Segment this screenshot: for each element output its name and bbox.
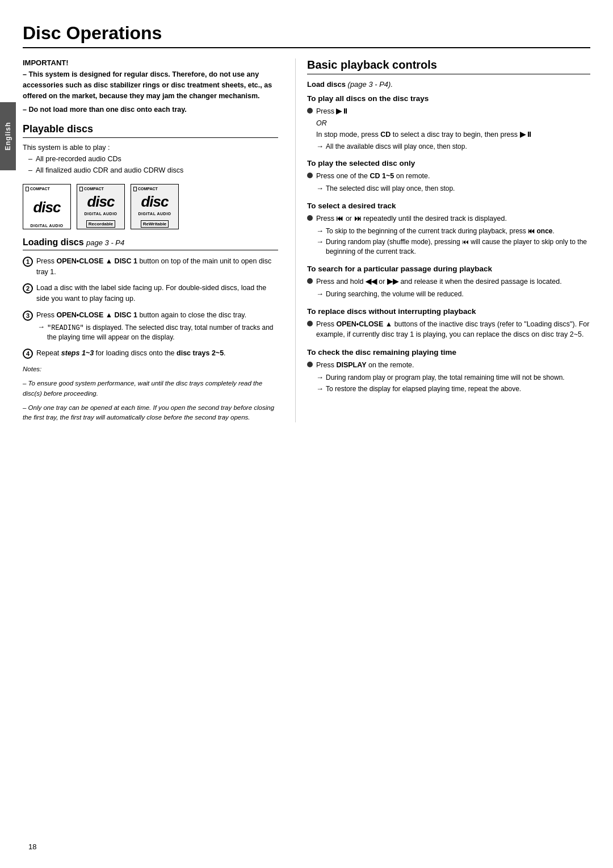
disc-compact-label-1: COMPACT [30, 187, 50, 191]
check-remaining-section: To check the disc remaining playing time… [307, 348, 590, 393]
replace-discs-section: To replace discs without interrupting pl… [307, 307, 590, 341]
step-1: 1 Press OPEN•CLOSE ▲ DISC 1 button on to… [23, 256, 278, 278]
disc-cd: COMPACT disc DIGITAL AUDIO [23, 184, 71, 229]
disc-top-label-3: COMPACT [133, 187, 158, 191]
step-text-3: Press OPEN•CLOSE ▲ DISC 1 button again t… [36, 310, 278, 321]
tiny-rect-icon-2 [79, 187, 83, 191]
select-track-arrow-text-2: During random play (shuffle mode), press… [326, 237, 590, 257]
select-track-text: Press ⏮ or ⏭ repeatedly until the desire… [316, 213, 590, 224]
play-all-arrow-text: All the available discs will play once, … [326, 142, 467, 152]
step-num-1: 1 [23, 257, 33, 267]
select-track-arrow-2: → During random play (shuffle mode), pre… [316, 237, 590, 257]
step-3: 3 Press OPEN•CLOSE ▲ DISC 1 button again… [23, 310, 278, 342]
page-title: Disc Operations [23, 23, 590, 48]
search-passage-section: To search for a particular passage durin… [307, 265, 590, 299]
loading-page-ref: page 3 - P4 [86, 238, 124, 247]
play-all-extra: In stop mode, press CD to select a disc … [316, 129, 590, 140]
check-remaining-title: To check the disc remaining playing time [307, 348, 590, 357]
notes-section: Notes: – To ensure good system performan… [23, 364, 278, 422]
bullet-dot-icon-5 [307, 321, 313, 326]
play-selected-section: To play the selected disc only Press one… [307, 159, 590, 194]
step-num-2: 2 [23, 283, 33, 293]
disc-images: COMPACT disc DIGITAL AUDIO COMPACT disc [23, 184, 278, 229]
note-1: – To ensure good system performance, wai… [23, 379, 278, 399]
disc-sub-2: DIGITAL AUDIO [84, 212, 117, 216]
bullet-dot-icon-2 [307, 173, 313, 178]
play-selected-bullet: Press one of the CD 1~5 on remote. [307, 171, 590, 182]
disc-compact-label-3: COMPACT [138, 187, 158, 191]
disc-circle-3: disc [141, 194, 168, 209]
two-col-layout: IMPORTANT! – This system is designed for… [23, 58, 590, 422]
play-selected-arrow: → The selected disc will play once, then… [316, 184, 590, 194]
step-3-arrow-note: → "READING" is displayed. The selected d… [37, 323, 278, 343]
search-passage-arrow-text: During searching, the volume will be red… [326, 290, 464, 299]
replace-discs-bullet: Press OPEN•CLOSE ▲ buttons of the inacti… [307, 319, 590, 341]
sidebar-english-label: English [0, 102, 16, 170]
arrow-icon-2: → [316, 184, 324, 192]
play-all-discs-section: To play all discs on the disc trays Pres… [307, 94, 590, 151]
arrow-icon-3: → [316, 227, 324, 235]
play-selected-text: Press one of the CD 1~5 on remote. [316, 171, 590, 182]
loading-discs-title: Loading discs page 3 - P4 [23, 237, 278, 250]
search-passage-text: Press and hold ◀◀ or ▶▶ and release it w… [316, 276, 590, 287]
disc-top-label-2: COMPACT [79, 187, 104, 191]
bullet-dot-icon-3 [307, 215, 313, 221]
disc-cdr: COMPACT disc DIGITAL AUDIO Recordable [77, 184, 125, 229]
select-track-bullet: Press ⏮ or ⏭ repeatedly until the desire… [307, 213, 590, 224]
arrow-icon: → [316, 142, 324, 150]
play-all-bullet: Press ▶⏸ [307, 106, 590, 117]
bullet-dot-icon-4 [307, 278, 313, 284]
play-selected-title: To play the selected disc only [307, 159, 590, 167]
disc-sub-1: DIGITAL AUDIO [30, 224, 63, 228]
loading-discs-section: Loading discs page 3 - P4 1 Press OPEN•C… [23, 237, 278, 423]
disc-word-2: disc [87, 194, 114, 209]
disc-word-1: disc [33, 200, 60, 215]
step-3-note-text: "READING" is displayed. The selected dis… [47, 323, 278, 343]
important-label: IMPORTANT! [23, 58, 278, 67]
page: English Disc Operations IMPORTANT! – Thi… [0, 0, 613, 868]
step-num-4: 4 [23, 349, 33, 359]
tiny-rect-icon-3 [133, 187, 137, 191]
important-text-2: – Do not load more than one disc onto ea… [23, 104, 278, 115]
step-text-4: Repeat steps 1~3 for loading discs onto … [36, 348, 278, 359]
arrow-icon-7: → [316, 384, 324, 393]
right-column: Basic playback controls Load discs (page… [295, 58, 590, 422]
select-track-title: To select a desired track [307, 202, 590, 210]
disc-compact-label-2: COMPACT [84, 187, 104, 191]
select-track-section: To select a desired track Press ⏮ or ⏭ r… [307, 202, 590, 257]
step-2: 2 Load a disc with the label side facing… [23, 283, 278, 304]
bullet-dot-icon-6 [307, 362, 313, 367]
playable-discs-list: All pre-recorded audio CDs All finalized… [28, 153, 278, 176]
important-text-1: – This system is designed for regular di… [23, 69, 278, 101]
note-2: – Only one tray can be opened at each ti… [23, 403, 278, 423]
playable-discs-title: Playable discs [23, 123, 278, 138]
replace-discs-text: Press OPEN•CLOSE ▲ buttons of the inacti… [316, 319, 590, 341]
step-num-3: 3 [23, 311, 33, 321]
check-remaining-arrow-2: → To restore the display for elapsed pla… [316, 384, 590, 394]
list-item: All pre-recorded audio CDs [28, 153, 278, 165]
arrow-icon-6: → [316, 373, 324, 381]
arrow-icon-4: → [316, 237, 324, 246]
important-box: IMPORTANT! – This system is designed for… [23, 58, 278, 115]
play-all-title: To play all discs on the disc trays [307, 94, 590, 103]
tiny-rect-icon [26, 187, 29, 191]
left-column: IMPORTANT! – This system is designed for… [23, 58, 295, 422]
disc-circle-2: disc [87, 194, 114, 209]
page-number: 18 [28, 842, 36, 851]
arrow-icon-5: → [316, 290, 324, 298]
check-remaining-bullet: Press DISPLAY on the remote. [307, 360, 590, 371]
list-item: All finalized audio CDR and audio CDRW d… [28, 165, 278, 176]
disc-word-3: disc [141, 194, 168, 209]
select-track-arrow-text-1: To skip to the beginning of the current … [326, 227, 555, 236]
check-remaining-arrow-text-2: To restore the display for elapsed playi… [326, 384, 521, 394]
arrow-icon-3: → [37, 322, 45, 331]
play-all-arrow: → All the available discs will play once… [316, 142, 590, 152]
load-discs-ref: Load discs (page 3 - P4). [307, 80, 590, 89]
play-all-text: Press ▶⏸ [316, 106, 590, 117]
search-passage-title: To search for a particular passage durin… [307, 265, 590, 273]
step-text-1: Press OPEN•CLOSE ▲ DISC 1 button on top … [36, 256, 278, 278]
replace-discs-title: To replace discs without interrupting pl… [307, 307, 590, 316]
bullet-dot-icon [307, 108, 313, 114]
playable-discs-intro: This system is able to play : [23, 142, 278, 153]
disc-badge-rewritable: ReWritable [141, 220, 169, 228]
